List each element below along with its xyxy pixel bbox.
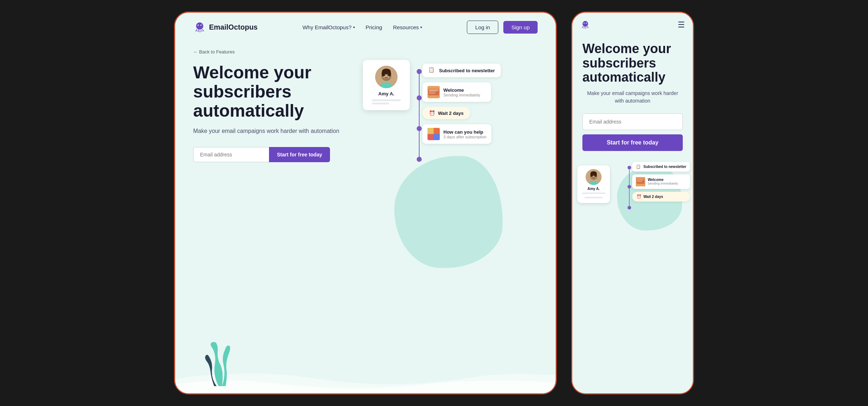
left-content: ← Back to Features Welcome your subscrib… (193, 49, 359, 379)
step-welcome-email: Welcome Sending immediately (422, 82, 491, 102)
mobile-avatar (586, 169, 602, 185)
seaweed-decoration (204, 339, 233, 383)
octopus-logo-icon (193, 21, 206, 34)
amy-card: Amy A. (363, 60, 410, 110)
nav-why[interactable]: Why EmailOctopus? ▾ (303, 24, 355, 30)
mobile-amy-card: Amy A. (577, 165, 610, 203)
mobile-octopus-logo (580, 20, 590, 30)
svg-point-12 (387, 74, 389, 76)
mobile-doc-icon: 📋 (636, 164, 641, 169)
mobile-welcome-text: Welcome Sending immediately (648, 178, 678, 185)
step-howcanhelp-email: How can you help 3 days after subscripti… (422, 124, 491, 144)
step-howcanhelp-text: How can you help 3 days after subscripti… (443, 129, 486, 139)
svg-point-34 (586, 23, 587, 24)
blob-background (394, 156, 503, 268)
step-trigger: 📋 Subscribed to newsletter (422, 64, 501, 77)
chevron-down-icon: ▾ (353, 25, 355, 29)
svg-point-4 (201, 25, 202, 26)
login-button[interactable]: Log in (467, 21, 498, 34)
mobile-timeline (626, 165, 632, 251)
navbar: EmailOctopus Why EmailOctopus? ▾ Pricing… (175, 13, 556, 42)
svg-point-20 (417, 157, 422, 162)
email-thumbnail-1 (428, 86, 440, 98)
avatar (375, 66, 398, 88)
svg-point-44 (628, 166, 631, 169)
doc-icon: 📋 (428, 67, 435, 74)
back-link[interactable]: ← Back to Features (193, 49, 359, 55)
step-wait: ⏰ Wait 2 days (422, 107, 470, 119)
chevron-down-icon: ▾ (420, 25, 422, 29)
svg-rect-24 (429, 91, 436, 92)
svg-point-48 (628, 206, 631, 210)
svg-point-40 (595, 173, 597, 177)
svg-point-0 (196, 22, 203, 30)
mobile-email-input[interactable] (582, 113, 683, 130)
tablet-device: EmailOctopus Why EmailOctopus? ▾ Pricing… (174, 12, 557, 394)
signup-button[interactable]: Sign up (503, 21, 538, 34)
svg-rect-52 (637, 181, 642, 182)
svg-rect-28 (434, 134, 440, 140)
hero-subtitle: Make your email campaigns work harder wi… (193, 127, 359, 135)
automation-diagram: Amy A. (359, 49, 538, 379)
logo-area[interactable]: EmailOctopus (193, 21, 257, 34)
hamburger-icon[interactable]: ☰ (678, 20, 685, 30)
svg-rect-25 (429, 93, 435, 94)
mobile-clock-icon: ⏰ (637, 194, 642, 199)
svg-point-33 (584, 23, 585, 24)
timeline-svg (415, 68, 423, 191)
mobile-hero-subtitle: Make your email campaigns work harder wi… (582, 90, 683, 105)
mobile-email-thumb-1 (636, 177, 645, 186)
mobile-step-welcome: Welcome Sending immediately (632, 174, 690, 189)
main-content: ← Back to Features Welcome your subscrib… (175, 42, 556, 393)
svg-rect-51 (637, 180, 643, 180)
svg-point-30 (582, 21, 588, 27)
hero-title: Welcome your subscribers automatically (193, 63, 359, 120)
email-form: Start for free today (193, 147, 359, 162)
mobile-amy-name: Amy A. (587, 187, 600, 191)
step-welcome-text: Welcome Sending immediately (443, 87, 486, 97)
mobile-steps: 📋 Subscribed to newsletter Wel (632, 162, 690, 202)
mobile-navbar: ☰ (572, 13, 693, 34)
svg-point-46 (628, 185, 631, 189)
nav-resources[interactable]: Resources ▾ (393, 24, 422, 30)
svg-point-14 (417, 69, 422, 74)
nav-pricing[interactable]: Pricing (366, 24, 382, 30)
amy-name: Amy A. (378, 91, 394, 96)
clock-icon: ⏰ (429, 110, 435, 116)
svg-point-39 (590, 173, 593, 177)
mobile-step-trigger: 📋 Subscribed to newsletter (632, 162, 690, 172)
svg-point-16 (417, 95, 422, 100)
mobile-start-button[interactable]: Start for free today (582, 134, 683, 151)
automation-steps: 📋 Subscribed to newsletter (422, 64, 501, 144)
brand-name: EmailOctopus (209, 23, 257, 31)
mobile-step-wait: ⏰ Wait 2 days (632, 192, 690, 202)
svg-point-18 (417, 126, 422, 131)
email-input[interactable] (193, 147, 269, 162)
mobile-diagram: Amy A. 📋 Subscribed to newsletter (572, 158, 693, 393)
email-thumbnail-2 (428, 128, 440, 140)
svg-rect-27 (428, 128, 434, 134)
svg-point-42 (594, 175, 595, 176)
nav-links: Why EmailOctopus? ▾ Pricing Resources ▾ (303, 24, 422, 30)
start-button[interactable]: Start for free today (269, 147, 330, 162)
svg-point-11 (384, 74, 385, 76)
svg-point-3 (198, 25, 199, 26)
nav-actions: Log in Sign up (467, 21, 538, 34)
mobile-device: ☰ Welcome your subscribers automatically… (571, 12, 694, 394)
svg-point-41 (592, 175, 593, 176)
mobile-hero-title: Welcome your subscribers automatically (582, 42, 683, 85)
svg-rect-29 (434, 128, 440, 134)
mobile-hero: Welcome your subscribers automatically M… (572, 34, 693, 158)
svg-rect-23 (429, 90, 438, 91)
